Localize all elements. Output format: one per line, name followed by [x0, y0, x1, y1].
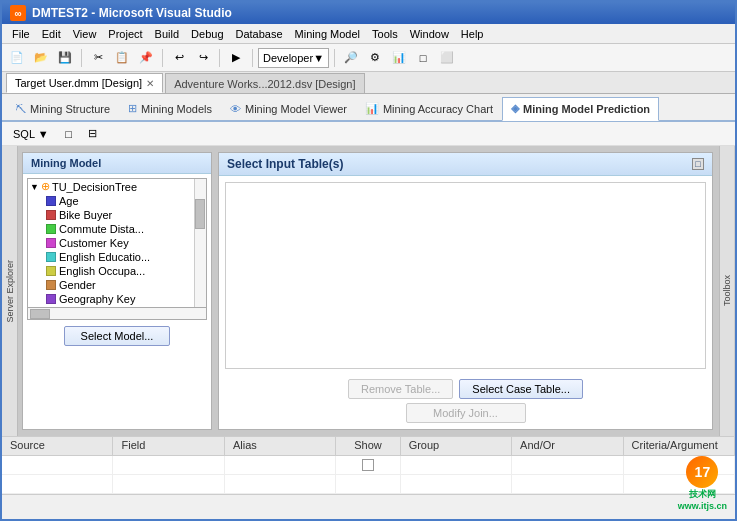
field-label-customer: Customer Key	[59, 237, 129, 249]
grid-cell-field-2[interactable]	[113, 475, 224, 493]
doc-tab-dsv[interactable]: Adventure Works...2012.dsv [Design]	[165, 73, 364, 93]
developer-label: Developer	[263, 52, 313, 64]
grid-col-alias: Alias	[225, 437, 336, 455]
grid-cell-show-2[interactable]	[336, 475, 400, 493]
toolbar-btn4[interactable]: □	[412, 47, 434, 69]
toolbar-redo[interactable]: ↪	[192, 47, 214, 69]
server-explorer-label: Server Explorer	[1, 256, 19, 327]
menu-project[interactable]: Project	[102, 26, 148, 42]
toolbar-btn2[interactable]: ⚙	[364, 47, 386, 69]
grid-cell-field-1[interactable]	[113, 456, 224, 474]
tree-item-geography[interactable]: Geography Key	[28, 292, 194, 306]
doc-tab-dmm[interactable]: Target User.dmm [Design] ✕	[6, 73, 163, 93]
toolbar-btn1[interactable]: 🔎	[340, 47, 362, 69]
remove-table-button[interactable]: Remove Table...	[348, 379, 453, 399]
hscroll-thumb	[30, 309, 50, 319]
tree-hscrollbar[interactable]	[27, 308, 207, 320]
tree-scrollbar[interactable]	[194, 179, 206, 307]
menu-help[interactable]: Help	[455, 26, 490, 42]
grid-cell-show-1[interactable]	[336, 456, 400, 474]
tab-mining-prediction[interactable]: ◈ Mining Model Prediction	[502, 97, 659, 121]
sql-btn2[interactable]: □	[58, 123, 80, 145]
field-icon-bike	[46, 210, 56, 220]
tab-mining-model-viewer[interactable]: 👁 Mining Model Viewer	[221, 97, 356, 121]
modify-join-button[interactable]: Modify Join...	[406, 403, 526, 423]
mining-model-panel: Mining Model ▼ ⊕ TU_DecisionTree	[22, 152, 212, 430]
grid-col-andor: And/Or	[512, 437, 623, 455]
toolbar-play[interactable]: ▶	[225, 47, 247, 69]
select-model-button[interactable]: Select Model...	[64, 326, 171, 346]
tree-scroll-thumb[interactable]	[195, 199, 205, 229]
toolbar-save[interactable]: 💾	[54, 47, 76, 69]
sql-btn3[interactable]: ⊟	[82, 123, 104, 145]
tab-accuracy-chart-label: Mining Accuracy Chart	[383, 103, 493, 115]
select-case-table-button[interactable]: Select Case Table...	[459, 379, 583, 399]
menu-tools[interactable]: Tools	[366, 26, 404, 42]
field-icon-customer	[46, 238, 56, 248]
toolbar-paste[interactable]: 📌	[135, 47, 157, 69]
grid-cell-alias-2[interactable]	[225, 475, 336, 493]
toolbar-new[interactable]: 📄	[6, 47, 28, 69]
tree-item-house[interactable]: House Owner F...	[28, 306, 194, 307]
accuracy-chart-icon: 📊	[365, 102, 379, 115]
menu-database[interactable]: Database	[230, 26, 289, 42]
grid-cell-source-1[interactable]	[2, 456, 113, 474]
menu-mining-model[interactable]: Mining Model	[289, 26, 366, 42]
tree-item-occupation[interactable]: English Occupa...	[28, 264, 194, 278]
tree-expand-icon: ▼	[30, 182, 39, 192]
feature-tabs: ⛏ Mining Structure ⊞ Mining Models 👁 Min…	[2, 94, 735, 122]
toolbar-cut[interactable]: ✂	[87, 47, 109, 69]
menu-window[interactable]: Window	[404, 26, 455, 42]
mining-models-icon: ⊞	[128, 102, 137, 115]
toolbar-btn5[interactable]: ⬜	[436, 47, 458, 69]
tree-item-education[interactable]: English Educatio...	[28, 250, 194, 264]
tree-item-age[interactable]: Age	[28, 194, 194, 208]
doc-tab-dmm-close[interactable]: ✕	[146, 78, 154, 89]
grid-cell-andor-2[interactable]	[512, 475, 623, 493]
watermark-line2: www.itjs.cn	[678, 501, 727, 511]
menu-file[interactable]: File	[6, 26, 36, 42]
menu-build[interactable]: Build	[149, 26, 185, 42]
show-checkbox-1[interactable]	[362, 459, 374, 471]
developer-dropdown-arrow: ▼	[313, 52, 324, 64]
grid-cell-andor-1[interactable]	[512, 456, 623, 474]
tab-mining-structure-label: Mining Structure	[30, 103, 110, 115]
tree-root-node[interactable]: ▼ ⊕ TU_DecisionTree	[28, 179, 194, 194]
menu-edit[interactable]: Edit	[36, 26, 67, 42]
toolbar-copy[interactable]: 📋	[111, 47, 133, 69]
field-icon-geography	[46, 294, 56, 304]
tree-item-gender[interactable]: Gender	[28, 278, 194, 292]
tab-mining-models[interactable]: ⊞ Mining Models	[119, 97, 221, 121]
tab-mining-models-label: Mining Models	[141, 103, 212, 115]
tab-mining-structure[interactable]: ⛏ Mining Structure	[6, 97, 119, 121]
menu-debug[interactable]: Debug	[185, 26, 229, 42]
toolbar-open[interactable]: 📂	[30, 47, 52, 69]
grid-header: Source Field Alias Show Group And/Or Cri…	[2, 437, 735, 456]
grid-cell-alias-1[interactable]	[225, 456, 336, 474]
watermark-logo: 17	[686, 456, 718, 488]
tree-content: ▼ ⊕ TU_DecisionTree Age Bike Buyer	[28, 179, 194, 307]
tree-item-customer[interactable]: Customer Key	[28, 236, 194, 250]
doc-tab-dmm-label: Target User.dmm [Design]	[15, 77, 142, 89]
grid-cell-group-2[interactable]	[401, 475, 512, 493]
tree-item-bike-buyer[interactable]: Bike Buyer	[28, 208, 194, 222]
tab-mining-accuracy-chart[interactable]: 📊 Mining Accuracy Chart	[356, 97, 502, 121]
toolbar-btn3[interactable]: 📊	[388, 47, 410, 69]
panel-maximize-button[interactable]: □	[692, 158, 704, 170]
mining-model-content: ▼ ⊕ TU_DecisionTree Age Bike Buyer	[23, 174, 211, 429]
menu-view[interactable]: View	[67, 26, 103, 42]
window-title: DMTEST2 - Microsoft Visual Studio	[32, 6, 232, 20]
grid-row-2	[2, 475, 735, 494]
grid-cell-source-2[interactable]	[2, 475, 113, 493]
toolbox-panel: Toolbox	[719, 146, 735, 436]
grid-cell-group-1[interactable]	[401, 456, 512, 474]
sql-btn[interactable]: SQL ▼	[6, 123, 56, 145]
grid-col-group: Group	[401, 437, 512, 455]
title-bar: ∞ DMTEST2 - Microsoft Visual Studio	[2, 2, 735, 24]
developer-dropdown[interactable]: Developer ▼	[258, 48, 329, 68]
toolbox-label: Toolbox	[718, 271, 736, 310]
tab-mining-viewer-label: Mining Model Viewer	[245, 103, 347, 115]
grid-col-field: Field	[113, 437, 224, 455]
toolbar-undo[interactable]: ↩	[168, 47, 190, 69]
tree-item-commute[interactable]: Commute Dista...	[28, 222, 194, 236]
